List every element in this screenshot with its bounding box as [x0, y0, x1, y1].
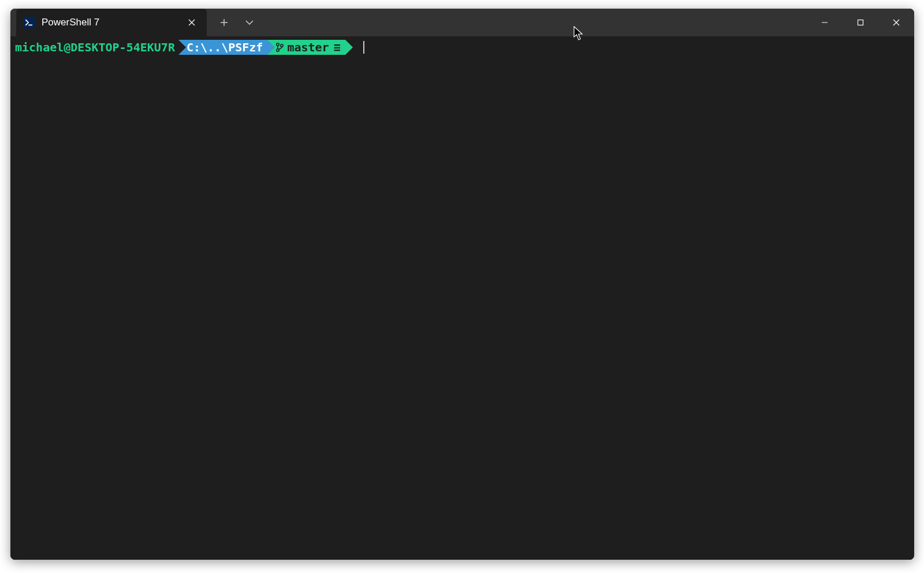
close-window-button[interactable]: [878, 9, 914, 36]
tab-powershell[interactable]: PowerShell 7: [16, 9, 207, 36]
maximize-button[interactable]: [843, 9, 878, 36]
new-tab-button[interactable]: [211, 9, 237, 36]
prompt-separator-icon: [267, 40, 275, 55]
git-status-glyph: ≡: [334, 40, 341, 55]
svg-point-9: [277, 43, 279, 46]
titlebar[interactable]: PowerShell 7: [10, 9, 914, 36]
terminal-cursor: [363, 41, 364, 54]
powershell-icon: [23, 17, 35, 28]
git-branch-name: master: [287, 40, 329, 55]
tab-title: PowerShell 7: [42, 17, 185, 28]
terminal-content[interactable]: michael@DESKTOP-54EKU7R C:\..\PSFzf mast…: [10, 36, 914, 560]
minimize-button[interactable]: [807, 9, 843, 36]
prompt-line: michael@DESKTOP-54EKU7R C:\..\PSFzf mast…: [15, 40, 910, 55]
git-branch-icon: [275, 42, 284, 53]
svg-rect-6: [858, 20, 863, 25]
prompt-path: C:\..\PSFzf: [178, 40, 267, 55]
tab-dropdown-button[interactable]: [237, 9, 262, 36]
titlebar-drag-region[interactable]: [262, 9, 807, 36]
tab-actions: [207, 9, 262, 36]
prompt-separator-icon: [178, 40, 186, 55]
window-controls: [807, 9, 914, 36]
prompt-user-host: michael@DESKTOP-54EKU7R: [15, 40, 178, 55]
prompt-separator-icon: [345, 40, 353, 55]
prompt-git-segment: master ≡: [267, 40, 345, 55]
terminal-window: PowerShell 7: [10, 9, 914, 560]
tab-close-button[interactable]: [185, 16, 199, 29]
svg-point-11: [281, 44, 283, 47]
svg-point-10: [277, 49, 279, 51]
